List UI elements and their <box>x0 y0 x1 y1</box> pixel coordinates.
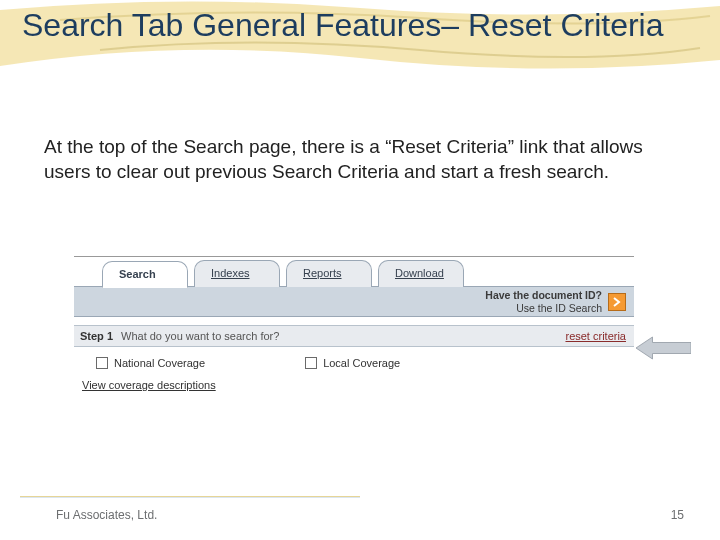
footer-company: Fu Associates, Ltd. <box>56 508 157 522</box>
step-1-header: Step 1 What do you want to search for? r… <box>74 325 634 347</box>
id-search-go-button[interactable] <box>608 293 626 311</box>
id-search-line1: Have the document ID? <box>485 289 602 301</box>
coverage-options: National Coverage Local Coverage <box>74 347 634 379</box>
local-coverage-option[interactable]: Local Coverage <box>305 357 400 369</box>
local-coverage-label: Local Coverage <box>323 357 400 369</box>
tab-reports[interactable]: Reports <box>286 260 372 287</box>
national-coverage-label: National Coverage <box>114 357 205 369</box>
step-label: Step 1 <box>80 330 113 342</box>
reset-criteria-link[interactable]: reset criteria <box>565 330 626 342</box>
slide-body-text: At the top of the Search page, there is … <box>44 135 664 184</box>
arrow-right-icon <box>612 297 622 307</box>
svg-marker-0 <box>636 337 691 359</box>
slide-title: Search Tab General Features– Reset Crite… <box>22 8 692 44</box>
national-coverage-option[interactable]: National Coverage <box>96 357 205 369</box>
tab-bar: Search Indexes Reports Download <box>74 257 634 287</box>
step-question: What do you want to search for? <box>121 330 279 342</box>
id-search-text: Have the document ID? Use the ID Search <box>485 289 602 313</box>
id-search-bar: Have the document ID? Use the ID Search <box>74 287 634 317</box>
footer-rule <box>20 496 360 498</box>
tab-download[interactable]: Download <box>378 260 464 287</box>
screenshot-panel: Search Indexes Reports Download Have the… <box>74 256 634 399</box>
callout-arrow-icon <box>636 335 691 361</box>
footer-page-number: 15 <box>671 508 684 522</box>
checkbox-icon <box>96 357 108 369</box>
view-coverage-descriptions-link[interactable]: View coverage descriptions <box>74 379 634 399</box>
id-search-line2: Use the ID Search <box>485 302 602 314</box>
slide-footer: Fu Associates, Ltd. 15 <box>0 508 720 522</box>
tab-indexes[interactable]: Indexes <box>194 260 280 287</box>
checkbox-icon <box>305 357 317 369</box>
tab-search[interactable]: Search <box>102 261 188 288</box>
